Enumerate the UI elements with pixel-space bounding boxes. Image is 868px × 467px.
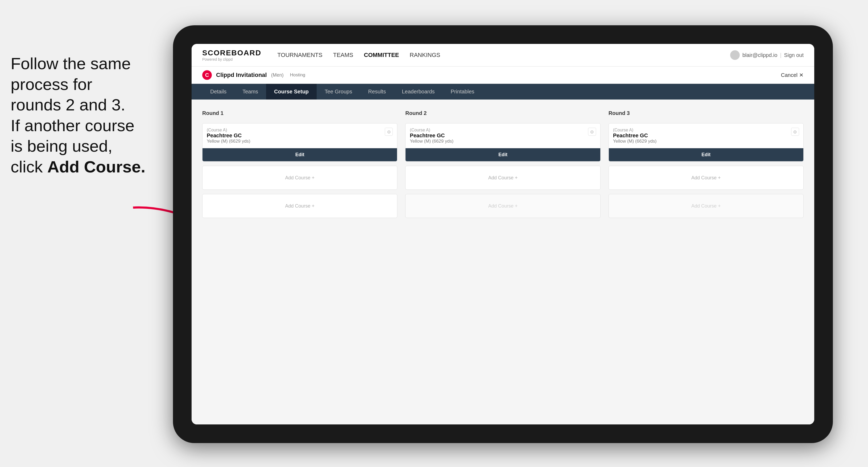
scoreboard-logo: SCOREBOARD Powered by clippd <box>202 49 261 61</box>
nav-divider: | <box>780 52 781 58</box>
round-1-add-course-2[interactable]: Add Course + <box>202 194 397 218</box>
round-1-course-card: (Course A) Peachtree GC Yellow (M) (6629… <box>202 123 397 161</box>
round-1-add-course-label-2: Add Course + <box>285 203 314 209</box>
tab-course-setup[interactable]: Course Setup <box>266 84 317 99</box>
rounds-grid: Round 1 (Course A) Peachtree GC Yellow (… <box>202 110 804 218</box>
sub-header: C Clippd Invitational (Men) Hosting Canc… <box>192 66 814 84</box>
round-2-add-course-2: Add Course + <box>405 194 600 218</box>
tab-tee-groups[interactable]: Tee Groups <box>317 84 360 99</box>
round-2-course-label: (Course A) <box>410 128 454 132</box>
round-3-course-name: Peachtree GC <box>613 132 657 138</box>
main-content: Round 1 (Course A) Peachtree GC Yellow (… <box>192 99 814 425</box>
sign-out-link[interactable]: Sign out <box>784 52 804 58</box>
round-2-title: Round 2 <box>405 110 600 116</box>
tablet-screen: SCOREBOARD Powered by clippd TOURNAMENTS… <box>192 44 814 425</box>
tablet-device: SCOREBOARD Powered by clippd TOURNAMENTS… <box>173 25 833 443</box>
user-email: blair@clippd.io <box>742 52 777 58</box>
round-1-course-name: Peachtree GC <box>207 132 250 138</box>
hosting-badge: Hosting <box>290 72 306 78</box>
nav-teams[interactable]: TEAMS <box>333 51 353 60</box>
tab-results[interactable]: Results <box>360 84 394 99</box>
round-2-course-card: (Course A) Peachtree GC Yellow (M) (6629… <box>405 123 600 161</box>
round-3-course-settings-icon[interactable]: ⊙ <box>791 128 799 136</box>
round-1-course-label: (Course A) <box>207 128 250 132</box>
round-1-add-course-1[interactable]: Add Course + <box>202 166 397 190</box>
round-1-title: Round 1 <box>202 110 397 116</box>
round-1-add-course-label-1: Add Course + <box>285 175 314 181</box>
top-navigation: SCOREBOARD Powered by clippd TOURNAMENTS… <box>192 44 814 66</box>
logo-subtext: Powered by clippd <box>202 57 261 61</box>
close-icon: ✕ <box>799 72 804 78</box>
round-3-column: Round 3 (Course A) Peachtree GC Yellow (… <box>609 110 804 218</box>
round-2-add-course-1[interactable]: Add Course + <box>405 166 600 190</box>
round-2-add-course-label-1: Add Course + <box>488 175 518 181</box>
round-3-title: Round 3 <box>609 110 804 116</box>
round-3-course-detail: Yellow (M) (6629 yds) <box>613 138 657 144</box>
clippd-logo: C <box>202 70 212 80</box>
round-1-course-settings-icon[interactable]: ⊙ <box>385 128 393 136</box>
instruction-text: Follow the same process for rounds 2 and… <box>0 42 165 188</box>
round-1-column: Round 1 (Course A) Peachtree GC Yellow (… <box>202 110 397 218</box>
round-2-edit-button[interactable]: Edit <box>406 148 600 161</box>
round-3-add-course-2: Add Course + <box>609 194 804 218</box>
nav-user-area: blair@clippd.io | Sign out <box>730 50 804 60</box>
nav-committee[interactable]: COMMITTEE <box>364 51 399 60</box>
round-2-course-name: Peachtree GC <box>410 132 454 138</box>
round-3-add-course-label-1: Add Course + <box>691 175 721 181</box>
nav-tournaments[interactable]: TOURNAMENTS <box>277 51 322 60</box>
tab-details[interactable]: Details <box>202 84 235 99</box>
round-3-add-course-1[interactable]: Add Course + <box>609 166 804 190</box>
round-3-edit-button[interactable]: Edit <box>609 148 803 161</box>
tournament-name: Clippd Invitational <box>216 71 267 79</box>
round-2-column: Round 2 (Course A) Peachtree GC Yellow (… <box>405 110 600 218</box>
nav-links: TOURNAMENTS TEAMS COMMITTEE RANKINGS <box>277 51 717 60</box>
round-3-course-label: (Course A) <box>613 128 657 132</box>
tab-leaderboards[interactable]: Leaderboards <box>394 84 442 99</box>
round-3-add-course-label-2: Add Course + <box>691 203 721 209</box>
tab-bar: Details Teams Course Setup Tee Groups Re… <box>192 84 814 99</box>
round-2-course-detail: Yellow (M) (6629 yds) <box>410 138 454 144</box>
nav-rankings[interactable]: RANKINGS <box>410 51 440 60</box>
round-1-course-detail: Yellow (M) (6629 yds) <box>207 138 250 144</box>
round-3-course-card: (Course A) Peachtree GC Yellow (M) (6629… <box>609 123 804 161</box>
tab-teams[interactable]: Teams <box>235 84 266 99</box>
tournament-type: (Men) <box>271 72 284 78</box>
round-2-course-settings-icon[interactable]: ⊙ <box>588 128 596 136</box>
user-avatar <box>730 50 740 60</box>
logo-text: SCOREBOARD <box>202 49 261 57</box>
round-2-add-course-label-2: Add Course + <box>488 203 518 209</box>
cancel-button[interactable]: Cancel ✕ <box>781 72 804 78</box>
tab-printables[interactable]: Printables <box>443 84 483 99</box>
round-1-edit-button[interactable]: Edit <box>203 148 397 161</box>
